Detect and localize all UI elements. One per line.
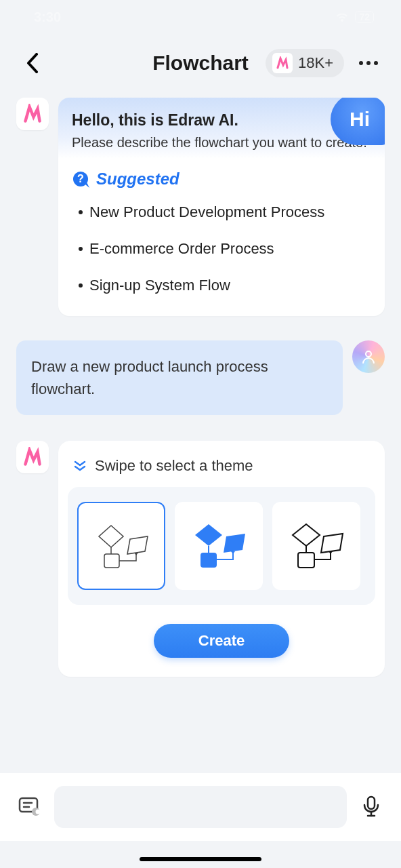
- theme-selector-card: Swipe to select a theme Create: [58, 441, 385, 677]
- suggestion-text: E-commerce Order Process: [89, 240, 274, 258]
- chevron-double-down-icon: [73, 459, 87, 473]
- page-title: Flowchart: [152, 52, 249, 75]
- ai-message-row: Hi Hello, this is Edraw AI. Please descr…: [16, 98, 385, 316]
- flowchart-thumb-icon: [91, 519, 152, 573]
- svg-rect-3: [104, 554, 119, 568]
- battery-badge: 72: [355, 11, 374, 23]
- suggestion-text: Sign-up System Flow: [89, 277, 230, 294]
- suggested-header: ? Suggested: [72, 170, 371, 189]
- wifi-icon: [335, 11, 350, 23]
- ai-message-card: Hi Hello, this is Edraw AI. Please descr…: [58, 98, 385, 316]
- suggestion-item-3[interactable]: Sign-up System Flow: [79, 277, 371, 294]
- more-button[interactable]: [355, 50, 382, 77]
- ai-logo-icon: [22, 104, 43, 124]
- flowchart-thumb-icon: [286, 519, 347, 573]
- user-message-row: Draw a new product launch process flowch…: [16, 340, 385, 415]
- user-message-bubble: Draw a new product launch process flowch…: [16, 340, 343, 415]
- svg-point-2: [366, 351, 371, 357]
- ai-avatar: [16, 98, 49, 130]
- suggestion-item-1[interactable]: New Product Development Process: [79, 203, 371, 221]
- ai-greeting: Hello, this is Edraw AI.: [72, 111, 371, 130]
- svg-rect-4: [200, 553, 217, 568]
- chevron-left-icon: [26, 53, 39, 73]
- usage-badge-count: 18K+: [298, 54, 333, 72]
- suggested-label: Suggested: [96, 170, 180, 189]
- microphone-icon: [362, 795, 380, 818]
- question-bubble-icon: ?: [72, 170, 89, 188]
- person-icon: [360, 349, 377, 365]
- status-time: 3:30: [34, 9, 61, 25]
- create-button-label: Create: [198, 632, 245, 650]
- theme-option-1[interactable]: [77, 502, 165, 590]
- mic-button[interactable]: [358, 793, 385, 821]
- theme-option-4[interactable]: [370, 502, 375, 590]
- more-icon: [359, 61, 378, 65]
- app-logo-icon: [272, 53, 293, 73]
- svg-rect-5: [298, 553, 314, 568]
- flowchart-thumb-icon: [188, 519, 249, 573]
- theme-option-2[interactable]: [175, 502, 263, 590]
- chat-bubble-icon: [18, 797, 41, 817]
- status-indicators: 72: [335, 11, 374, 23]
- svg-rect-11: [368, 797, 375, 809]
- usage-badge-pill[interactable]: 18K+: [266, 49, 344, 77]
- ai-logo-icon: [22, 447, 43, 467]
- message-input[interactable]: [54, 786, 347, 828]
- suggestion-text: New Product Development Process: [89, 203, 324, 221]
- status-bar: 3:30 72: [0, 0, 401, 34]
- svg-text:?: ?: [77, 173, 84, 184]
- theme-title: Swipe to select a theme: [95, 457, 253, 475]
- theme-message-row: Swipe to select a theme Create: [16, 441, 385, 677]
- theme-option-3[interactable]: [272, 502, 360, 590]
- hi-bubble: Hi: [331, 98, 385, 145]
- input-bar: [0, 773, 401, 841]
- ai-prompt-text: Please describe the flowchart you want t…: [72, 135, 371, 151]
- home-indicator[interactable]: [140, 857, 261, 861]
- svg-point-10: [36, 810, 41, 814]
- suggestion-item-2[interactable]: E-commerce Order Process: [79, 240, 371, 258]
- user-avatar: [352, 340, 385, 373]
- header: Flowchart 18K+: [0, 34, 401, 98]
- back-button[interactable]: [19, 50, 46, 77]
- chat-toggle-button[interactable]: [16, 793, 43, 821]
- create-button[interactable]: Create: [154, 624, 289, 658]
- theme-scroll-area[interactable]: [68, 487, 375, 605]
- ai-avatar: [16, 441, 49, 473]
